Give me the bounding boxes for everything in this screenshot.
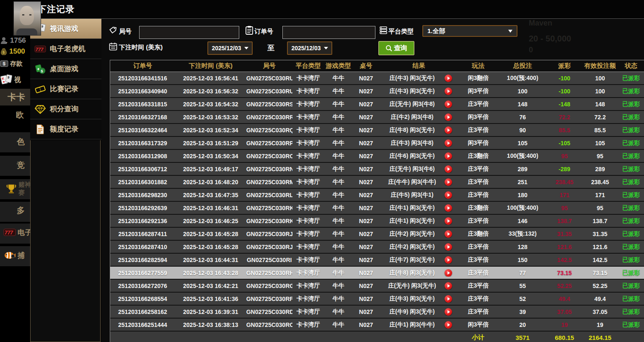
play-video-icon[interactable] [445,256,452,264]
chevron-down-icon [508,30,512,33]
cell-game: 牛牛 [324,269,353,277]
date-from-picker[interactable]: 2025/12/03 [207,41,253,55]
menu-item-match-records[interactable]: 比赛记录 [30,79,101,99]
table-row[interactable]: 251203166327168 2025-12-03 16:53:32 GN02… [110,111,644,124]
category-jing[interactable]: 竞 [0,160,30,171]
nav-video-item[interactable]: K♥9 视 [0,74,30,86]
table-row[interactable]: 251203166277559 2025-12-03 16:43:28 GN02… [110,267,644,280]
play-video-icon[interactable] [445,217,452,225]
table-row[interactable]: 251203166251444 2025-12-03 16:38:13 GN02… [110,319,644,332]
svg-text:$: $ [3,62,5,66]
cell-bet: 77 [498,270,547,276]
table-row[interactable]: 251203166322464 2025-12-03 16:52:34 GN02… [110,124,644,137]
subtotal-bet: 3571 [498,334,547,341]
user-avatar[interactable] [13,1,41,36]
cell-game: 牛牛 [324,308,353,316]
cell-result: 庄(牛5) 闲3(牛1) [379,191,458,199]
table-row[interactable]: 251203166341516 2025-12-03 16:56:41 GN02… [110,72,644,85]
cell-bet: 52 [498,296,547,302]
play-video-icon[interactable] [445,295,452,303]
deposit-icon: $ [0,60,8,67]
cards-icon: K♥9 [0,74,13,86]
menu-item-points-query[interactable]: 积分查询 [30,99,101,119]
play-video-icon[interactable] [445,165,452,173]
cell-round: GN02725C030RP [246,140,292,147]
cell-time: 2025-12-03 16:52:34 [175,127,246,134]
order-input[interactable] [282,26,375,39]
play-video-icon[interactable] [445,204,452,212]
category-multi[interactable]: 多 [0,205,30,216]
cell-order: 251203166317329 [110,140,175,147]
play-video-icon[interactable] [445,191,452,199]
cell-platform: 卡卡湾厅 [292,282,324,290]
category-sedie[interactable]: 色 [0,136,30,147]
cell-game: 牛牛 [324,243,353,251]
cell-time: 2025-12-03 16:45:28 [175,244,246,250]
category-europe[interactable]: 欧 [0,110,30,121]
table-row[interactable]: 251203166301882 2025-12-03 16:48:20 GN02… [110,176,644,189]
menu-item-quota-records[interactable]: 额度记录 [30,119,101,139]
platform-select[interactable]: 1.全部 [422,25,517,37]
cell-game: 牛牛 [324,126,353,134]
category-fishing[interactable]: 捕 [0,249,30,262]
table-row[interactable]: 251203166292136 2025-12-03 16:46:25 GN02… [110,215,644,228]
table-row[interactable]: 251203166287411 2025-12-03 16:45:28 GN02… [110,228,644,241]
play-video-icon[interactable] [445,139,452,147]
play-video-icon[interactable] [445,100,452,108]
play-video-icon[interactable] [445,178,452,186]
cell-table: N027 [353,127,380,134]
cell-time: 2025-12-03 16:53:32 [175,114,246,121]
table-row[interactable]: 251203166287410 2025-12-03 16:45:28 GN02… [110,241,644,254]
cell-bet: 146 [498,218,547,224]
table-row[interactable]: 251203166268554 2025-12-03 16:41:36 GN02… [110,293,644,306]
table-row[interactable]: 251203166292639 2025-12-03 16:46:31 GN02… [110,202,644,215]
cell-table: N027 [353,114,380,121]
cell-play: 闲3平倍 [458,321,498,329]
cell-round: GN02725C030RR [246,114,292,121]
play-video-icon[interactable] [445,126,452,134]
cell-result: 庄(牛1) 闲3(牛牛) [379,321,458,329]
cell-game: 牛牛 [324,139,353,147]
cell-order: 251203166272076 [110,283,175,289]
play-video-icon[interactable] [445,243,452,251]
cell-platform: 卡卡湾厅 [292,139,324,147]
cell-payout: -100 [547,75,582,82]
cell-result: 庄(无牛) 闲3(牛6) [379,165,458,173]
menu-item-table-games[interactable]: ♠$ 桌面游戏 [30,59,101,79]
cell-platform: 卡卡湾厅 [292,126,324,134]
col-header-time: 下注时间 (美东) [175,62,246,70]
search-button[interactable]: 查询 [378,41,414,55]
cell-valid: 238.45 [582,179,618,185]
play-video-icon[interactable] [445,308,452,316]
cell-table: N027 [353,192,380,198]
play-video-icon[interactable] [445,321,452,329]
table-row[interactable]: 251203166317329 2025-12-03 16:51:29 GN02… [110,137,644,150]
table-row[interactable]: 251203166306712 2025-12-03 16:49:17 GN02… [110,163,644,176]
play-video-icon[interactable] [445,152,452,160]
round-input[interactable] [139,26,239,39]
play-video-icon[interactable] [445,87,452,95]
table-row[interactable]: 251203166331815 2025-12-03 16:54:32 GN02… [110,98,644,111]
play-video-icon[interactable] [445,282,452,290]
table-row[interactable]: 251203166312908 2025-12-03 16:50:34 GN02… [110,150,644,163]
table-row[interactable]: 251203166258162 2025-12-03 16:39:31 GN02… [110,306,644,319]
bet-records-panel: 下注记录 K♥9 视讯游戏 777 电子老虎机 ♠$ 桌面游戏 比赛记录 [30,0,644,342]
table-row[interactable]: 251203166340940 2025-12-03 16:56:32 GN02… [110,85,644,98]
table-row[interactable]: 251203166272076 2025-12-03 16:42:21 GN02… [110,280,644,293]
play-video-icon[interactable] [445,113,452,121]
play-video-icon[interactable] [445,75,452,82]
menu-item-slots[interactable]: 777 电子老虎机 [30,39,101,59]
category-slots[interactable]: 777 电子 [0,226,30,239]
cell-status: 已派彩 [618,308,644,316]
table-row[interactable]: 251203166298230 2025-12-03 16:47:35 GN02… [110,189,644,202]
cell-table: N027 [353,179,380,185]
cell-valid: 95 [582,205,618,211]
deposit-item[interactable]: $ 存款 [0,59,30,69]
play-video-icon[interactable] [445,269,452,277]
cell-game: 牛牛 [324,204,353,212]
table-row[interactable]: 251203166282594 2025-12-03 16:44:31 GN02… [110,254,644,267]
cell-game: 牛牛 [324,165,353,173]
play-video-icon[interactable] [445,230,452,238]
date-to-picker[interactable]: 2025/12/03 [287,41,332,55]
category-tournament[interactable]: 赌神赛 [0,182,30,196]
